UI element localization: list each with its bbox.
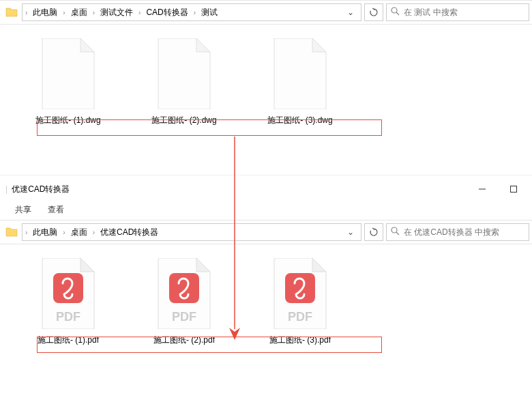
file-list: PDF 施工图纸- (1).pdf PDF 施工图纸- (2).pdf PDF … bbox=[0, 244, 532, 346]
folder-icon[interactable] bbox=[4, 5, 19, 20]
window-title: 优速CAD转换器 bbox=[12, 184, 70, 195]
titlebar: | 优速CAD转换器 bbox=[0, 179, 532, 199]
breadcrumb[interactable]: › 此电脑 › 桌面 › 测试文件 › CAD转换器 › 测试 ⌄ bbox=[22, 3, 361, 21]
refresh-button[interactable] bbox=[364, 3, 383, 21]
search-input[interactable] bbox=[404, 227, 524, 237]
file-item[interactable]: PDF 施工图纸- (2).pdf bbox=[143, 258, 225, 346]
dwg-file-icon bbox=[40, 38, 97, 109]
chevron-right-icon: › bbox=[61, 9, 66, 16]
breadcrumb-item[interactable]: 此电脑 bbox=[29, 227, 61, 238]
svg-point-0 bbox=[391, 8, 397, 13]
maximize-button[interactable] bbox=[498, 179, 529, 199]
file-item[interactable]: PDF 施工图纸- (1).pdf bbox=[27, 258, 109, 346]
explorer-window-source: › 此电脑 › 桌面 › 测试文件 › CAD转换器 › 测试 ⌄ 施工图纸 bbox=[0, 0, 532, 164]
pdf-file-icon: PDF bbox=[156, 258, 213, 329]
minimize-button[interactable] bbox=[467, 179, 498, 199]
search-icon bbox=[391, 227, 400, 238]
chevron-right-icon: › bbox=[91, 229, 96, 236]
svg-line-5 bbox=[396, 232, 399, 235]
ribbon-tabs: 共享 查看 bbox=[0, 199, 532, 220]
tab-share[interactable]: 共享 bbox=[15, 204, 31, 216]
chevron-down-icon[interactable]: ⌄ bbox=[342, 227, 359, 237]
breadcrumb-item[interactable]: 此电脑 bbox=[29, 7, 61, 18]
file-item[interactable]: PDF 施工图纸- (3).pdf bbox=[259, 258, 341, 346]
titlebar-sep: | bbox=[5, 184, 8, 194]
search-input[interactable] bbox=[404, 8, 524, 17]
file-item[interactable]: 施工图纸- (2).dwg bbox=[143, 38, 225, 126]
file-name: 施工图纸- (2).dwg bbox=[140, 115, 228, 126]
search-box[interactable] bbox=[386, 3, 529, 21]
chevron-down-icon[interactable]: ⌄ bbox=[342, 8, 359, 17]
address-bar: › 此电脑 › 桌面 › 优速CAD转换器 ⌄ bbox=[0, 220, 532, 244]
file-name: 施工图纸- (1).pdf bbox=[24, 335, 113, 346]
svg-rect-3 bbox=[511, 186, 517, 193]
divider bbox=[0, 175, 532, 175]
chevron-right-icon: › bbox=[137, 9, 142, 16]
explorer-window-target: | 优速CAD转换器 共享 查看 › 此电脑 › 桌面 › 优速CAD转换器 ⌄ bbox=[0, 179, 532, 397]
breadcrumb[interactable]: › 此电脑 › 桌面 › 优速CAD转换器 ⌄ bbox=[22, 223, 361, 241]
file-name: 施工图纸- (1).dwg bbox=[24, 115, 113, 126]
file-name: 施工图纸- (3).dwg bbox=[256, 115, 344, 126]
search-box[interactable] bbox=[386, 223, 529, 241]
refresh-button[interactable] bbox=[364, 223, 383, 241]
tab-view[interactable]: 查看 bbox=[48, 204, 64, 216]
svg-text:PDF: PDF bbox=[172, 310, 196, 324]
chevron-right-icon: › bbox=[24, 229, 29, 236]
file-name: 施工图纸- (3).pdf bbox=[256, 335, 344, 346]
file-list: 施工图纸- (1).dwg 施工图纸- (2).dwg 施工图纸- (3).dw… bbox=[0, 25, 532, 126]
pdf-file-icon: PDF bbox=[40, 258, 97, 329]
svg-text:PDF: PDF bbox=[56, 310, 80, 324]
file-name: 施工图纸- (2).pdf bbox=[140, 335, 228, 346]
search-icon bbox=[391, 7, 400, 18]
dwg-file-icon bbox=[156, 38, 213, 109]
breadcrumb-item[interactable]: 测试文件 bbox=[96, 7, 137, 18]
breadcrumb-item[interactable]: 测试 bbox=[197, 7, 222, 18]
breadcrumb-item[interactable]: 优速CAD转换器 bbox=[96, 227, 162, 238]
file-item[interactable]: 施工图纸- (1).dwg bbox=[27, 38, 109, 126]
svg-line-1 bbox=[396, 12, 399, 15]
folder-icon[interactable] bbox=[4, 225, 19, 240]
file-item[interactable]: 施工图纸- (3).dwg bbox=[259, 38, 341, 126]
chevron-right-icon: › bbox=[192, 9, 197, 16]
chevron-right-icon: › bbox=[24, 9, 29, 16]
chevron-right-icon: › bbox=[91, 9, 96, 16]
svg-point-4 bbox=[391, 227, 397, 233]
breadcrumb-item[interactable]: CAD转换器 bbox=[142, 7, 192, 18]
breadcrumb-item[interactable]: 桌面 bbox=[67, 7, 91, 18]
dwg-file-icon bbox=[271, 38, 329, 109]
chevron-right-icon: › bbox=[61, 229, 66, 236]
breadcrumb-item[interactable]: 桌面 bbox=[67, 227, 91, 238]
address-bar: › 此电脑 › 桌面 › 测试文件 › CAD转换器 › 测试 ⌄ bbox=[0, 0, 532, 25]
pdf-file-icon: PDF bbox=[271, 258, 329, 329]
svg-text:PDF: PDF bbox=[288, 310, 312, 324]
